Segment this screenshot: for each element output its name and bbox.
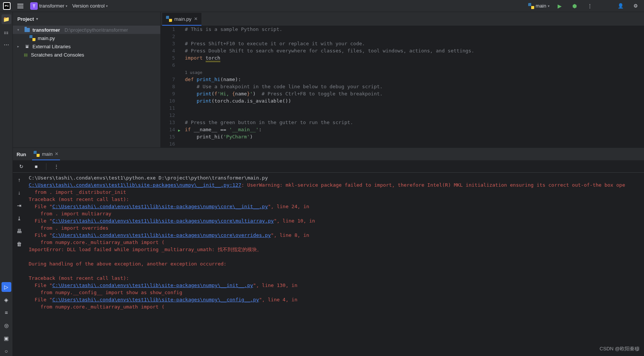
close-tab-button[interactable]: ✕ <box>194 16 198 21</box>
project-badge-icon: T <box>30 2 38 10</box>
tree-item-label: transformer <box>32 27 60 33</box>
library-icon: 🛱 <box>24 44 30 49</box>
services-tool-button[interactable]: ≡ <box>2 308 11 318</box>
vcs-label: Version control <box>72 3 105 9</box>
step-down-button[interactable]: ↓ <box>14 188 24 198</box>
run-button[interactable]: ▶ <box>554 1 565 11</box>
tree-item-label: External Libraries <box>32 44 71 49</box>
console-output[interactable]: C:\Users\tashi\.conda\envs\test1\python.… <box>26 173 644 356</box>
problems-tool-button[interactable]: ○ <box>2 346 11 356</box>
ide-settings-button[interactable]: ⚙ <box>630 1 641 11</box>
rerun-button[interactable]: ↻ <box>16 161 26 172</box>
python-console-button[interactable]: ◈ <box>2 295 11 305</box>
tree-item-label: main.py <box>38 35 55 41</box>
tree-item-label: Scratches and Consoles <box>31 52 84 58</box>
expand-arrow-icon[interactable]: ▸ <box>17 44 22 48</box>
tree-root-folder[interactable]: ▾ transformer D:\project\python\transfor… <box>13 26 160 34</box>
run-config-selector[interactable]: main ▾ <box>528 3 550 9</box>
terminal-tool-button[interactable]: ▣ <box>2 333 11 343</box>
run-panel-label: Run <box>17 148 26 160</box>
python-icon <box>34 151 40 157</box>
soft-wrap-button[interactable]: ⇥ <box>14 201 24 210</box>
project-panel-header[interactable]: Project ▾ <box>13 12 160 26</box>
folder-icon <box>25 28 30 32</box>
scroll-to-end-button[interactable]: ⤓ <box>14 213 24 223</box>
print-button[interactable]: 🖶 <box>14 226 24 236</box>
debug-button[interactable]: ⬢ <box>569 1 580 11</box>
structure-tool-button[interactable]: ⚏ <box>2 27 11 37</box>
vcs-dropdown[interactable]: Version control ▾ <box>72 3 108 9</box>
step-up-button[interactable]: ↑ <box>14 175 24 185</box>
top-bar: PC T transformer ▾ Version control ▾ mai… <box>0 0 644 12</box>
more-actions-button[interactable]: ⋮ <box>584 1 595 11</box>
close-run-tab-button[interactable]: ✕ <box>55 151 58 157</box>
run-tab-main[interactable]: main ✕ <box>32 148 60 160</box>
run-tool-button[interactable]: ▷ <box>2 282 11 292</box>
clear-button[interactable]: 🗑 <box>14 239 24 249</box>
tree-external-libraries[interactable]: ▸ 🛱 External Libraries <box>13 42 160 51</box>
more-tools-button[interactable]: ⋯ <box>2 40 11 50</box>
run-config-label: main <box>536 3 546 9</box>
stop-button[interactable]: ■ <box>31 161 41 172</box>
scratch-icon: ▤ <box>23 52 29 57</box>
editor-tabs: main.py ✕ <box>161 12 644 26</box>
chevron-down-icon: ▾ <box>66 4 68 8</box>
project-name-label: transformer <box>39 3 64 9</box>
tree-item-path: D:\project\python\transformer <box>65 27 128 33</box>
watermark: CSDN @欧阳秦穆 <box>599 345 639 352</box>
editor-tab-main[interactable]: main.py ✕ <box>162 13 201 26</box>
python-icon <box>166 16 172 22</box>
expand-arrow-icon[interactable]: ▾ <box>17 28 22 32</box>
project-selector[interactable]: T transformer ▾ <box>30 2 68 10</box>
tree-file-main[interactable]: main.py <box>13 34 160 42</box>
project-panel: Project ▾ ▾ transformer D:\project\pytho… <box>13 12 161 147</box>
run-panel: Run main ✕ ↻ ■ ⋮ ↑ ↓ ⇥ ⤓ 🖶 <box>13 148 644 356</box>
project-tool-button[interactable]: 📁 <box>2 14 11 24</box>
chevron-down-icon: ▾ <box>548 4 550 8</box>
python-icon <box>528 3 534 9</box>
project-panel-title: Project <box>17 16 34 22</box>
tree-scratches[interactable]: ▤ Scratches and Consoles <box>13 51 160 59</box>
python-icon <box>29 35 35 41</box>
account-button[interactable]: 👤 <box>615 1 626 11</box>
editor-area: main.py ✕ 1234567891011121314▶1516 # Thi… <box>161 12 644 147</box>
run-more-button[interactable]: ⋮ <box>51 161 61 172</box>
code-editor[interactable]: 1234567891011121314▶1516 # This is a sam… <box>161 26 644 147</box>
tool-window-rail: 📁 ⚏ ⋯ ▷ ◈ ≡ ◎ ▣ ○ <box>0 12 13 356</box>
python-packages-button[interactable]: ◎ <box>2 321 11 330</box>
app-logo-icon: PC <box>3 2 11 10</box>
run-side-rail: ↑ ↓ ⇥ ⤓ 🖶 🗑 <box>13 173 26 356</box>
run-tab-label: main <box>42 151 52 157</box>
chevron-down-icon: ▾ <box>106 4 108 8</box>
run-toolbar: ↻ ■ ⋮ <box>13 161 644 173</box>
tab-label: main.py <box>174 16 192 22</box>
project-tree[interactable]: ▾ transformer D:\project\python\transfor… <box>13 26 160 147</box>
main-menu-button[interactable] <box>15 1 26 11</box>
chevron-down-icon: ▾ <box>36 17 38 21</box>
